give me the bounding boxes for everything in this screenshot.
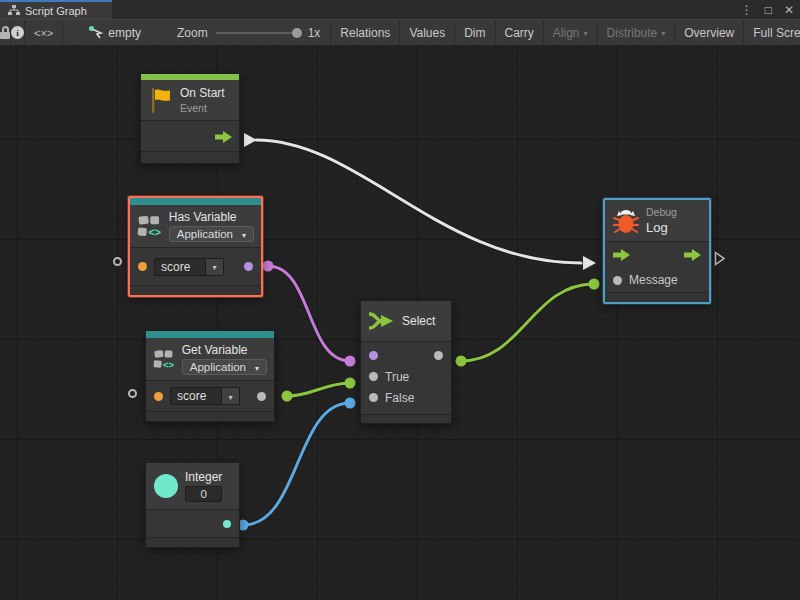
node-integer[interactable]: Integer 0 xyxy=(145,462,240,548)
node-color-bar xyxy=(130,198,261,205)
node-get-variable[interactable]: <> Get Variable Application score xyxy=(145,330,275,422)
node-footer xyxy=(146,537,239,547)
flow-output-port[interactable] xyxy=(684,249,701,261)
dropdown-caret-icon xyxy=(242,231,246,240)
node-title: Has Variable xyxy=(169,210,254,224)
wire-end-arrow xyxy=(583,256,596,270)
wire-getvariable-to-select[interactable] xyxy=(287,383,350,396)
node-footer xyxy=(361,414,451,423)
flow-input-port[interactable] xyxy=(613,249,630,261)
node-footer xyxy=(605,292,709,302)
integer-output-port[interactable] xyxy=(223,520,231,528)
tab-title: Script Graph xyxy=(25,5,87,17)
flag-icon xyxy=(149,87,173,114)
overview-button[interactable]: Overview xyxy=(674,20,743,45)
graph-toolbar: i <×> empty Zoom 1x Relations Values Dim… xyxy=(0,19,800,46)
condition-input-port[interactable] xyxy=(369,351,378,360)
node-title: Get Variable xyxy=(182,343,267,357)
align-button[interactable]: Align xyxy=(543,20,597,45)
variable-name-field[interactable]: score xyxy=(170,387,240,405)
node-title: Integer xyxy=(185,470,222,484)
unconnected-port-indicator xyxy=(113,257,122,266)
node-footer xyxy=(141,151,239,163)
distribute-button[interactable]: Distribute xyxy=(597,20,675,45)
relations-button[interactable]: Relations xyxy=(330,20,399,45)
code-preview-button[interactable]: <×> xyxy=(25,20,63,45)
node-title: Log xyxy=(646,220,677,235)
values-button[interactable]: Values xyxy=(399,20,454,45)
name-input-port[interactable] xyxy=(138,262,147,271)
graph-canvas[interactable]: On Start Event <> Has Variable Applicat xyxy=(0,46,800,600)
value-output-port[interactable] xyxy=(257,392,266,401)
variables-icon: <> xyxy=(137,212,162,240)
zoom-value: 1x xyxy=(308,26,321,40)
unconnected-port-indicator xyxy=(128,389,137,398)
graph-selection-indicator[interactable]: empty xyxy=(77,20,153,45)
node-title: On Start xyxy=(180,86,225,100)
node-select[interactable]: Select True False xyxy=(360,300,452,424)
close-icon[interactable]: ✕ xyxy=(784,3,794,17)
wire-hasvariable-to-select[interactable] xyxy=(268,266,350,361)
empty-label: empty xyxy=(108,26,141,40)
code-icon: <×> xyxy=(34,27,53,39)
dropdown-caret-icon xyxy=(228,393,232,402)
true-input-port[interactable] xyxy=(369,372,378,381)
svg-text:<>: <> xyxy=(148,226,160,238)
result-output-port[interactable] xyxy=(244,262,253,271)
dropdown-caret-icon xyxy=(255,364,259,373)
dim-button[interactable]: Dim xyxy=(454,20,494,45)
lock-icon xyxy=(0,26,10,39)
wire-onstart-to-log[interactable] xyxy=(256,140,581,263)
node-title: Select xyxy=(402,314,435,328)
bug-icon xyxy=(613,207,639,235)
variable-scope-dropdown[interactable]: Application xyxy=(182,359,267,375)
fullscreen-button[interactable]: Full Screen xyxy=(743,20,800,45)
lock-button[interactable] xyxy=(0,20,11,45)
zoom-label: Zoom xyxy=(177,26,208,40)
port-label: Message xyxy=(629,273,678,287)
flow-output-port[interactable] xyxy=(215,131,232,143)
variables-icon: <> xyxy=(153,345,175,373)
zoom-control: Zoom 1x xyxy=(167,26,330,40)
node-debug-log[interactable]: Debug Log Message xyxy=(603,198,711,304)
node-footer xyxy=(146,411,274,421)
dropdown-caret-icon xyxy=(212,263,216,272)
unconnected-flow-indicator xyxy=(714,251,726,266)
selection-output-port[interactable] xyxy=(434,351,443,360)
carry-button[interactable]: Carry xyxy=(495,20,543,45)
node-on-start[interactable]: On Start Event xyxy=(140,73,240,164)
wire-select-to-log[interactable] xyxy=(461,284,594,361)
dropdown-caret-icon xyxy=(584,29,588,38)
variable-name-field[interactable]: score xyxy=(154,258,224,276)
tab-script-graph[interactable]: Script Graph xyxy=(0,0,112,19)
select-icon xyxy=(369,311,395,331)
name-input-port[interactable] xyxy=(154,392,163,401)
graph-icon xyxy=(8,5,20,16)
maximize-icon[interactable]: □ xyxy=(765,3,772,17)
variable-picker-button[interactable] xyxy=(222,387,240,405)
info-icon: i xyxy=(11,26,24,39)
node-subtitle: Event xyxy=(180,102,225,114)
message-input-port[interactable] xyxy=(613,276,622,285)
integer-value-field[interactable]: 0 xyxy=(185,486,222,502)
port-label: True xyxy=(385,370,409,384)
dropdown-caret-icon xyxy=(661,29,665,38)
info-button[interactable]: i xyxy=(11,20,25,45)
zoom-slider-knob[interactable] xyxy=(292,28,302,38)
integer-icon xyxy=(154,474,178,498)
variable-picker-button[interactable] xyxy=(206,258,224,276)
port-label: False xyxy=(385,391,414,405)
svg-text:<>: <> xyxy=(163,360,174,370)
variable-scope-dropdown[interactable]: Application xyxy=(169,226,254,242)
zoom-slider[interactable] xyxy=(216,32,300,34)
node-color-bar xyxy=(146,331,274,338)
node-has-variable[interactable]: <> Has Variable Application score xyxy=(128,196,263,297)
false-input-port[interactable] xyxy=(369,393,378,402)
node-footer xyxy=(130,285,261,295)
graph-pointer-icon xyxy=(89,26,103,39)
window-menu-icon[interactable]: ⋮ xyxy=(741,3,753,17)
node-category: Debug xyxy=(646,206,677,218)
title-bar: Script Graph ⋮ □ ✕ xyxy=(0,0,800,19)
